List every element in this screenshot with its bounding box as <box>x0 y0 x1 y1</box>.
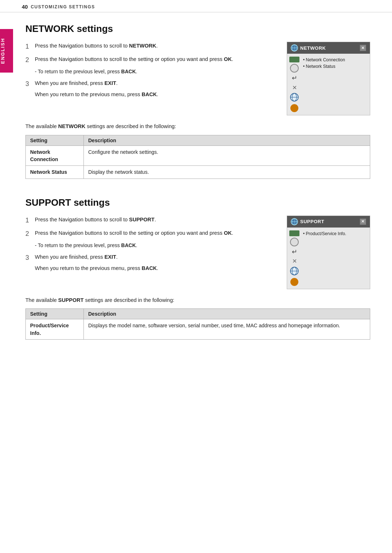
support-row1-desc: Displays the model name, software versio… <box>84 319 370 340</box>
step-text-2: Press the Navigation buttons to scroll t… <box>35 55 233 65</box>
support-panel-header: SUPPORT ✕ <box>287 216 370 228</box>
support-step-2: 2 Press the Navigation buttons to scroll… <box>25 229 276 249</box>
network-panel-menu: • Network Connection • Network Status <box>302 57 368 112</box>
support-step-text-3: When you are finished, press EXIT. <box>35 253 118 263</box>
support-section-title: SUPPORT settings <box>25 197 370 208</box>
support-step-num-3: 3 <box>25 253 32 263</box>
network-row1-setting: NetworkConnection <box>26 146 84 166</box>
network-section-title: NETWORK settings <box>25 23 370 34</box>
support-panel-body: ↵ ✕ • Product/Service Info. <box>287 228 370 289</box>
step-3-continued: When you return to the previous menu, pr… <box>35 90 276 98</box>
support-step-num-1: 1 <box>25 216 32 225</box>
panel-icon-circle <box>290 64 299 73</box>
support-col-setting: Setting <box>26 309 84 319</box>
support-desc-intro: The available SUPPORT settings are descr… <box>25 296 370 304</box>
support-panel-title-text: SUPPORT <box>300 219 324 224</box>
globe-icon <box>291 44 298 52</box>
page-number: 40 <box>22 4 28 10</box>
support-row1-setting: Product/ServiceInfo. <box>26 319 84 340</box>
panel-icon-green <box>289 57 299 62</box>
main-content: NETWORK settings 1 Press the Navigation … <box>0 12 392 369</box>
support-step-text-2: Press the Navigation buttons to scroll t… <box>35 229 233 239</box>
step-1: 1 Press the Navigation buttons to scroll… <box>25 42 276 52</box>
menu-item-connection: • Network Connection <box>303 57 368 63</box>
network-row2-setting: Network Status <box>26 166 84 179</box>
support-panel-menu: • Product/Service Info. <box>302 230 368 286</box>
network-col-setting: Setting <box>26 135 84 146</box>
support-panel-icon-circle <box>290 238 299 246</box>
support-step-3-continued: When you return to the previous menu, pr… <box>35 264 276 272</box>
support-globe-icon <box>291 218 298 225</box>
panel-icon-down: ↵ <box>289 74 299 82</box>
network-instructions: 1 Press the Navigation buttons to scroll… <box>25 42 276 115</box>
support-panel-icon-cross: ✕ <box>289 257 299 265</box>
network-section: NETWORK settings 1 Press the Navigation … <box>25 23 370 179</box>
support-panel-icon-green <box>289 230 299 236</box>
support-panel-title-row: SUPPORT <box>291 218 324 225</box>
network-panel-title-text: NETWORK <box>300 45 326 51</box>
step-2: 2 Press the Navigation buttons to scroll… <box>25 55 276 75</box>
panel-icon-globe2 <box>290 93 299 103</box>
support-panel-icon-orange <box>290 278 298 286</box>
step-3: 3 When you are finished, press EXIT. Whe… <box>25 79 276 98</box>
support-col-description: Description <box>84 309 370 319</box>
panel-close-button[interactable]: ✕ <box>360 45 366 51</box>
network-section-body: 1 Press the Navigation buttons to scroll… <box>25 42 370 115</box>
support-step-1: 1 Press the Navigation buttons to scroll… <box>25 216 276 225</box>
network-desc-intro: The available NETWORK settings are descr… <box>25 123 370 131</box>
panel-icon-orange <box>290 104 298 112</box>
support-panel-sidebar: ↵ ✕ <box>289 230 299 286</box>
support-panel-close-button[interactable]: ✕ <box>360 218 366 225</box>
support-menu-item-1: • Product/Service Info. <box>303 230 368 237</box>
support-table: Setting Description Product/ServiceInfo.… <box>25 308 370 340</box>
support-tv-panel: SUPPORT ✕ ↵ ✕ <box>287 216 370 289</box>
network-panel-header: NETWORK ✕ <box>287 42 370 54</box>
network-panel-body: ↵ ✕ • Network Connectio <box>287 54 370 115</box>
step-num-3: 3 <box>25 79 32 89</box>
support-section-body: 1 Press the Navigation buttons to scroll… <box>25 216 370 289</box>
step-num-1: 1 <box>25 42 32 52</box>
support-step-2-sub: - To return to the previous level, press… <box>35 242 276 249</box>
support-panel-icon-down: ↵ <box>289 248 299 256</box>
network-row2-desc: Display the network status. <box>84 166 370 179</box>
support-step-num-2: 2 <box>25 229 32 239</box>
network-panel-title-row: NETWORK <box>291 44 326 52</box>
menu-item-status: • Network Status <box>303 63 368 70</box>
network-col-description: Description <box>84 135 370 146</box>
step-text-1: Press the Navigation buttons to scroll t… <box>35 42 158 52</box>
table-row: Network Status Display the network statu… <box>26 166 370 179</box>
panel-icon-cross: ✕ <box>289 83 299 91</box>
network-row1-desc: Configure the network settings. <box>84 146 370 166</box>
support-panel-icon-globe2 <box>290 267 299 276</box>
step-2-sub: - To return to the previous level, press… <box>35 68 276 75</box>
network-panel-sidebar: ↵ ✕ <box>289 57 299 112</box>
section-label: CUSTOMIZING SETTINGS <box>31 4 95 9</box>
page-header: 40 CUSTOMIZING SETTINGS <box>0 0 392 12</box>
step-text-3: When you are finished, press EXIT. <box>35 79 118 89</box>
network-tv-panel: NETWORK ✕ ↵ ✕ <box>287 42 370 115</box>
network-table: Setting Description NetworkConnection Co… <box>25 135 370 179</box>
step-num-2: 2 <box>25 55 32 65</box>
support-section: SUPPORT settings 1 Press the Navigation … <box>25 197 370 340</box>
table-row: Product/ServiceInfo. Displays the model … <box>26 319 370 340</box>
language-sidebar: ENGLISH <box>0 29 13 73</box>
support-step-text-1: Press the Navigation buttons to scroll t… <box>35 216 156 225</box>
support-instructions: 1 Press the Navigation buttons to scroll… <box>25 216 276 289</box>
support-step-3: 3 When you are finished, press EXIT. Whe… <box>25 253 276 272</box>
table-row: NetworkConnection Configure the network … <box>26 146 370 166</box>
